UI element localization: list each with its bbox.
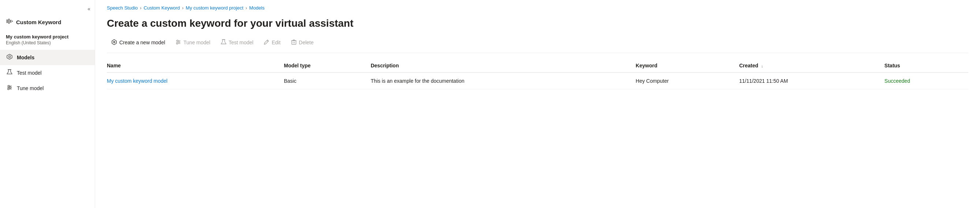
- models-table: Name Model type Description Keyword Crea…: [107, 59, 968, 90]
- tune-model-button[interactable]: Tune model: [171, 37, 215, 48]
- svg-point-11: [10, 87, 11, 88]
- app-icon: [6, 18, 13, 27]
- svg-point-19: [178, 42, 180, 43]
- svg-point-18: [177, 40, 178, 42]
- sidebar: « Custom Keyword My custom keyword proje…: [0, 0, 95, 208]
- svg-marker-4: [7, 54, 12, 59]
- svg-marker-13: [112, 40, 116, 45]
- breadcrumb-sep-3: ›: [245, 5, 247, 11]
- delete-button[interactable]: Delete: [286, 37, 318, 48]
- sidebar-item-tune-model-label: Tune model: [17, 85, 43, 91]
- edit-button[interactable]: Edit: [259, 37, 285, 48]
- toolbar-tune-icon: [175, 39, 181, 46]
- table-header-row: Name Model type Description Keyword Crea…: [107, 59, 968, 72]
- sidebar-item-test-model[interactable]: Test model: [0, 65, 95, 80]
- test-model-icon: [6, 69, 13, 77]
- svg-point-12: [8, 88, 9, 90]
- models-icon: [6, 53, 13, 61]
- breadcrumb-models[interactable]: Models: [249, 5, 264, 11]
- col-keyword: Keyword: [636, 59, 739, 72]
- breadcrumb-project[interactable]: My custom keyword project: [186, 5, 244, 11]
- create-model-icon: [111, 39, 117, 46]
- svg-point-10: [8, 85, 10, 87]
- tune-model-icon: [6, 84, 13, 92]
- col-model-type: Model type: [284, 59, 371, 72]
- test-model-button[interactable]: Test model: [216, 37, 258, 48]
- breadcrumb-sep-2: ›: [182, 5, 184, 11]
- col-name: Name: [107, 59, 284, 72]
- delete-icon: [291, 39, 297, 46]
- sidebar-item-test-model-label: Test model: [17, 70, 42, 76]
- row-model-type-cell: Basic: [284, 72, 371, 90]
- row-keyword-cell: Hey Computer: [636, 72, 739, 90]
- row-description-cell: This is an example for the documentation: [371, 72, 636, 90]
- row-created-cell: 11/11/2021 11:50 AM: [739, 72, 885, 90]
- edit-icon: [264, 39, 269, 46]
- breadcrumb-speech-studio[interactable]: Speech Studio: [107, 5, 138, 11]
- svg-point-14: [113, 42, 115, 43]
- svg-rect-3: [12, 21, 13, 22]
- col-status: Status: [885, 59, 968, 72]
- toolbar-test-icon: [221, 39, 226, 46]
- breadcrumb-sep-1: ›: [140, 5, 142, 11]
- create-new-model-label: Create a new model: [119, 40, 165, 45]
- delete-label: Delete: [299, 40, 313, 45]
- toolbar: Create a new model Tune model: [107, 37, 968, 53]
- col-created[interactable]: Created ↓: [739, 59, 885, 72]
- svg-point-20: [177, 43, 178, 44]
- model-link[interactable]: My custom keyword model: [107, 78, 168, 84]
- sidebar-collapse-button[interactable]: «: [0, 3, 95, 14]
- sidebar-item-models-label: Models: [17, 54, 34, 61]
- models-table-container: Name Model type Description Keyword Crea…: [107, 59, 968, 208]
- col-description: Description: [371, 59, 636, 72]
- sidebar-app-title-label: Custom Keyword: [16, 19, 61, 25]
- svg-point-5: [9, 56, 11, 58]
- page-title: Create a custom keyword for your virtual…: [107, 17, 968, 30]
- main-content: Speech Studio › Custom Keyword › My cust…: [95, 0, 980, 208]
- svg-rect-23: [292, 41, 296, 44]
- sidebar-project-name: My custom keyword project: [0, 33, 95, 40]
- sidebar-item-models[interactable]: Models: [0, 50, 95, 65]
- row-name-cell: My custom keyword model: [107, 72, 284, 90]
- svg-rect-1: [8, 19, 10, 24]
- create-new-model-button[interactable]: Create a new model: [107, 37, 169, 48]
- sidebar-project-locale: English (United States): [0, 40, 95, 50]
- breadcrumb-custom-keyword[interactable]: Custom Keyword: [144, 5, 180, 11]
- sidebar-app-title: Custom Keyword: [0, 14, 95, 33]
- sidebar-item-tune-model[interactable]: Tune model: [0, 80, 95, 96]
- breadcrumb: Speech Studio › Custom Keyword › My cust…: [107, 0, 968, 14]
- row-status-cell: Succeeded: [885, 72, 968, 90]
- edit-label: Edit: [272, 40, 280, 45]
- created-sort-icon: ↓: [761, 64, 764, 68]
- table-row: My custom keyword model Basic This is an…: [107, 72, 968, 90]
- svg-rect-0: [6, 19, 8, 23]
- test-model-label: Test model: [229, 40, 254, 45]
- collapse-icon: «: [88, 6, 91, 12]
- svg-rect-2: [10, 20, 11, 23]
- tune-model-label: Tune model: [183, 40, 210, 45]
- sidebar-nav: Models Test model: [0, 50, 95, 96]
